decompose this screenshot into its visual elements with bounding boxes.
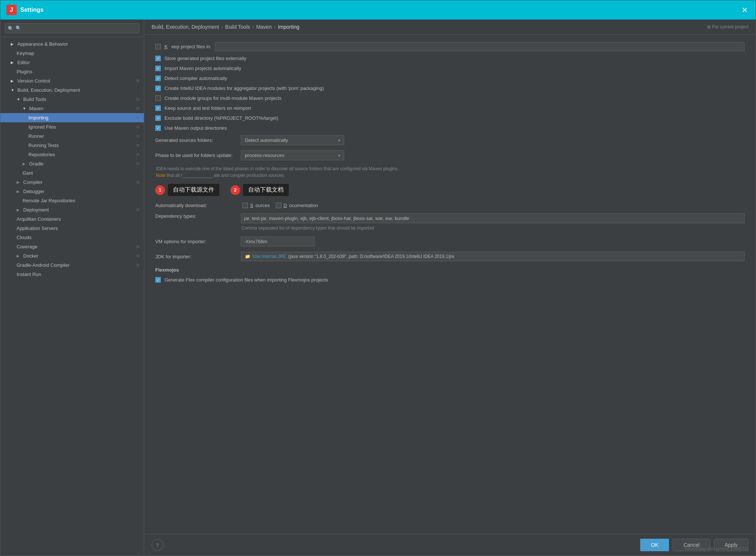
exclude-build-row: Exclude build directory (%PROJECT_ROOT%/…	[155, 115, 745, 121]
keep-project-files-checkbox[interactable]	[155, 44, 161, 49]
sidebar-item-gradle[interactable]: ▶ Gradle ⧉	[0, 159, 144, 168]
phase-dropdown[interactable]: process-resources generate-sources gener…	[241, 150, 344, 160]
dep-types-input[interactable]	[241, 213, 745, 223]
detect-compiler-checkbox[interactable]	[155, 76, 161, 81]
copy-icon: ⧉	[136, 134, 139, 139]
vm-options-row: VM options for importer:	[155, 237, 745, 246]
breadcrumb-sep-3: ›	[274, 24, 276, 30]
sidebar-item-label: Docker	[23, 253, 38, 259]
sidebar-tree: ▶ Appearance & Behavior Keymap ▶ Editor …	[0, 37, 144, 556]
sidebar-item-runner[interactable]: Runner ⧉	[0, 132, 144, 141]
sidebar-item-label: Clouds	[17, 235, 31, 240]
flexmojos-section: Flexmojos Generate Flex compiler configu…	[155, 267, 745, 283]
copy-icon: ⧉	[136, 180, 139, 185]
close-button[interactable]: ✕	[739, 5, 750, 15]
flex-generate-label: Generate Flex compiler configuration fil…	[164, 277, 328, 283]
info-line-1: IDEA needs to execute one of the listed …	[156, 166, 399, 171]
sources-label-s: S	[250, 203, 253, 208]
folder-icon: 📁	[245, 254, 250, 259]
detect-compiler-label: Detect compiler automatically	[164, 76, 227, 81]
jdk-row: JDK for importer: 📁 Use Internal JRE (ja…	[155, 252, 745, 261]
use-maven-output-checkbox[interactable]	[155, 125, 161, 131]
copy-icon: ⧉	[136, 244, 139, 249]
jdk-path: (java version "1.8.0_202-b39", path: D:/…	[288, 254, 454, 259]
sidebar-item-repositories[interactable]: Repositories ⧉	[0, 150, 144, 159]
settings-window: J Settings ✕ 🔍 ▶ Appearance & Behavior	[0, 0, 756, 556]
sidebar-item-label: Coverage	[17, 244, 37, 249]
arrow-icon: ▶	[17, 189, 21, 193]
ok-button[interactable]: OK	[640, 539, 669, 551]
import-maven-checkbox[interactable]	[155, 66, 161, 71]
sidebar-item-appearance-behavior[interactable]: ▶ Appearance & Behavior	[0, 39, 144, 49]
sidebar-item-editor[interactable]: ▶ Editor	[0, 58, 144, 67]
sidebar-item-running-tests[interactable]: Running Tests ⧉	[0, 141, 144, 150]
create-modules-row: Create IntelliJ IDEA modules for aggrega…	[155, 85, 745, 91]
sidebar-item-gradle-android[interactable]: Gradle-Android Compiler ⧉	[0, 260, 144, 270]
arrow-icon: ▶	[17, 208, 21, 212]
sidebar-item-build-exec-deploy[interactable]: ▼ Build, Execution, Deployment	[0, 85, 144, 95]
search-box: 🔍	[0, 20, 144, 37]
documentation-checkbox[interactable]	[276, 203, 281, 208]
main-content: 🔍 ▶ Appearance & Behavior Keymap ▶ Edito…	[0, 20, 756, 556]
sidebar-item-build-tools[interactable]: ▼ Build Tools ⧉	[0, 95, 144, 104]
sidebar-item-instant-run[interactable]: Instant Run	[0, 270, 144, 279]
title-bar: J Settings ✕	[0, 0, 756, 20]
flex-generate-row: Generate Flex compiler configuration fil…	[155, 277, 745, 283]
search-input[interactable]	[5, 23, 139, 33]
sidebar-item-deployment[interactable]: ▶ Deployment ⧉	[0, 205, 144, 214]
vm-options-input[interactable]	[241, 237, 315, 246]
exclude-build-checkbox[interactable]	[155, 115, 161, 121]
use-maven-output-label: Use Maven output directories	[164, 125, 227, 131]
phase-dropdown-wrap: process-resources generate-sources gener…	[241, 150, 344, 160]
phase-label: Phase to be used for folders update:	[155, 153, 236, 158]
create-groups-checkbox[interactable]	[155, 95, 161, 101]
sidebar-item-ignored-files[interactable]: Ignored Files ⧉	[0, 122, 144, 132]
keep-project-files-input[interactable]	[215, 42, 745, 51]
sidebar-item-importing[interactable]: Importing ⧉	[0, 113, 144, 122]
sources-label-rest: ources	[256, 203, 270, 208]
info-text: IDEA needs to execute one of the listed …	[155, 165, 745, 179]
copy-icon: ⧉	[136, 161, 139, 166]
tooltip-1: 自动下载源文件	[168, 184, 219, 196]
generated-sources-dropdown[interactable]: Detect automatically target/generated-so…	[241, 135, 344, 145]
copy-icon: ⧉	[136, 143, 139, 148]
sidebar-item-label: Ignored Files	[28, 124, 56, 130]
sources-checkbox[interactable]	[242, 203, 248, 208]
sidebar-item-keymap[interactable]: Keymap	[0, 49, 144, 58]
create-modules-checkbox[interactable]	[155, 85, 161, 91]
doc-label-rest: ocumentation	[289, 203, 318, 208]
settings-area: Keep project files in: Store generated p…	[144, 35, 756, 534]
help-button[interactable]: ?	[152, 539, 163, 551]
generated-sources-row: Generated sources folders: Detect automa…	[155, 135, 745, 145]
arrow-icon: ▼	[11, 88, 15, 92]
app-icon: J	[6, 5, 17, 15]
sidebar-item-docker[interactable]: ▶ Docker ⧉	[0, 251, 144, 260]
flex-generate-checkbox[interactable]	[155, 277, 161, 283]
sidebar-item-label: Gradle	[29, 161, 44, 167]
arrow-icon: ▶	[17, 180, 21, 184]
sidebar-item-gant[interactable]: Gant	[0, 168, 144, 178]
sidebar-item-compiler[interactable]: ▶ Compiler ⧉	[0, 178, 144, 187]
sidebar-item-clouds[interactable]: Clouds	[0, 233, 144, 242]
copy-icon: ⧉	[136, 263, 139, 267]
sidebar-item-arquillian[interactable]: Arquillian Containers	[0, 214, 144, 224]
store-generated-label: Store generated project files externally	[164, 56, 246, 61]
sidebar-item-remote-jar-repos[interactable]: Remote Jar Repositories	[0, 196, 144, 205]
sidebar-item-plugins[interactable]: Plugins	[0, 67, 144, 76]
sidebar-item-label: Remote Jar Repositories	[22, 198, 75, 203]
info-note: Note	[156, 173, 165, 178]
arrow-icon: ▼	[22, 106, 27, 111]
sidebar-item-label: Gant	[22, 170, 33, 176]
sidebar-item-coverage[interactable]: Coverage ⧉	[0, 242, 144, 251]
sidebar-item-application-servers[interactable]: Application Servers	[0, 224, 144, 233]
dep-types-hint: Comma separated list of dependency types…	[241, 225, 745, 231]
import-maven-label: Import Maven projects automatically	[164, 66, 241, 71]
keep-source-checkbox[interactable]	[155, 105, 161, 111]
copy-icon: ⧉	[136, 97, 139, 102]
sidebar-item-maven[interactable]: ▼ Maven ⧉	[0, 104, 144, 113]
breadcrumb-part-3: Maven	[256, 24, 272, 30]
sidebar-item-debugger[interactable]: ▶ Debugger	[0, 187, 144, 196]
store-generated-checkbox[interactable]	[155, 56, 161, 61]
annotation-2: 2 自动下载文档	[230, 184, 289, 196]
sidebar-item-version-control[interactable]: ▶ Version Control ⧉	[0, 76, 144, 85]
